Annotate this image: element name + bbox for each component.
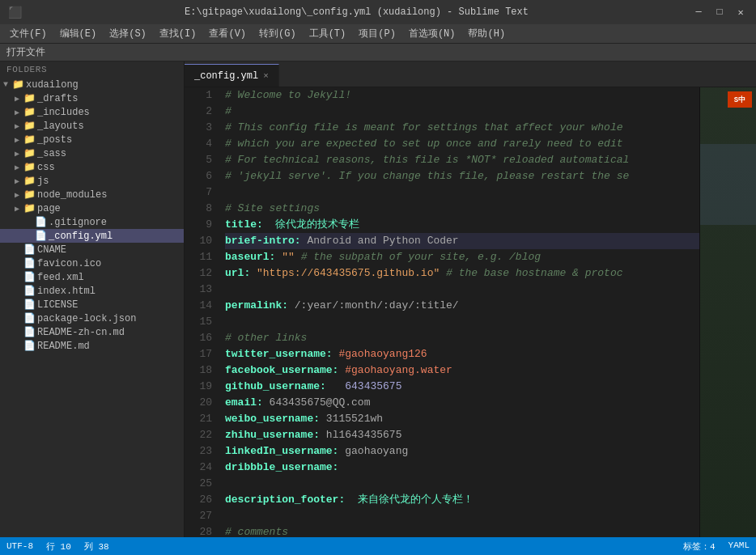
close-button[interactable]: ✕ bbox=[733, 5, 748, 19]
code-token: #gaohaoyang.water bbox=[338, 362, 452, 379]
line-number-11: 11 bbox=[185, 249, 212, 265]
tree-item-_sass[interactable]: ▶📁_sass bbox=[0, 146, 184, 160]
code-line-22[interactable]: zhihu_username: hl1643435675 bbox=[225, 427, 699, 443]
code-line-12[interactable]: url: "https://643435675.github.io" # the… bbox=[225, 265, 699, 282]
tree-item-label: README.md bbox=[37, 341, 184, 352]
tree-item-label: css bbox=[37, 162, 184, 173]
menu-preferences[interactable]: 首选项(N) bbox=[402, 24, 462, 43]
menu-find[interactable]: 查找(I) bbox=[153, 24, 203, 43]
tab-close-button[interactable]: × bbox=[263, 71, 269, 81]
tree-item-label: _sass bbox=[37, 148, 184, 159]
tree-item-index.html[interactable]: 📄index.html bbox=[0, 284, 184, 298]
code-line-19[interactable]: github_username: 643435675 bbox=[225, 379, 699, 395]
code-token: # which you are expected to set up once … bbox=[225, 136, 622, 152]
menu-project[interactable]: 项目(P) bbox=[352, 24, 402, 43]
code-area[interactable]: # Welcome to Jekyll!## This config file … bbox=[219, 87, 699, 537]
tree-item-label: js bbox=[37, 176, 184, 187]
folder-icon: 📁 bbox=[23, 106, 36, 118]
code-line-23[interactable]: linkedIn_username: gaohaoyang bbox=[225, 443, 699, 460]
code-line-8[interactable]: # Site settings bbox=[225, 201, 699, 217]
folders-header: FOLDERS bbox=[0, 61, 184, 78]
code-token: # Site settings bbox=[225, 201, 320, 217]
code-line-6[interactable]: # 'jekyll serve'. If you change this fil… bbox=[225, 168, 699, 184]
line-number-26: 26 bbox=[185, 492, 212, 508]
menu-goto[interactable]: 转到(G) bbox=[253, 24, 303, 43]
menu-tools[interactable]: 工具(T) bbox=[303, 24, 353, 43]
title-bar-title: E:\gitpage\xudailong\_config.yml (xudail… bbox=[22, 6, 691, 18]
code-token: permalink: bbox=[225, 298, 288, 314]
code-token: hl1643435675 bbox=[320, 427, 401, 443]
menu-select[interactable]: 选择(S) bbox=[103, 24, 153, 43]
code-token: twitter_username: bbox=[225, 346, 333, 362]
code-line-15[interactable] bbox=[225, 314, 699, 330]
tree-item-js[interactable]: ▶📁js bbox=[0, 174, 184, 188]
tree-item-_config.yml[interactable]: 📄_config.yml bbox=[0, 229, 184, 243]
code-token: url: bbox=[225, 265, 250, 282]
tree-item-xudailong[interactable]: ▼📁xudailong bbox=[0, 78, 184, 91]
tree-item-README.md[interactable]: 📄README.md bbox=[0, 339, 184, 353]
code-line-25[interactable] bbox=[225, 476, 699, 492]
code-line-3[interactable]: # This config file is meant for settings… bbox=[225, 120, 699, 136]
code-line-27[interactable] bbox=[225, 508, 699, 524]
tree-item-package-lock.json[interactable]: 📄package-lock.json bbox=[0, 311, 184, 325]
code-line-28[interactable]: # comments bbox=[225, 524, 699, 537]
menu-view[interactable]: 查看(V) bbox=[202, 24, 253, 43]
tree-item-.gitignore[interactable]: 📄.gitignore bbox=[0, 215, 184, 229]
code-line-24[interactable]: dribbble_username: bbox=[225, 460, 699, 476]
tree-item-_includes[interactable]: ▶📁_includes bbox=[0, 105, 184, 119]
code-line-20[interactable]: email: 643435675@QQ.com bbox=[225, 395, 699, 411]
tree-item-CNAME[interactable]: 📄CNAME bbox=[0, 243, 184, 256]
tree-item-label: .gitignore bbox=[49, 217, 184, 228]
code-line-18[interactable]: facebook_username: #gaohaoyang.water bbox=[225, 362, 699, 379]
code-token: dribbble_username: bbox=[225, 460, 338, 476]
code-token: github_username: bbox=[225, 379, 326, 395]
menu-help[interactable]: 帮助(H) bbox=[461, 24, 512, 43]
code-line-5[interactable]: # For technical reasons, this file is *N… bbox=[225, 152, 699, 168]
code-line-10[interactable]: brief-intro: Android and Python Coder bbox=[225, 233, 699, 249]
menu-bar: 文件(F) 编辑(E) 选择(S) 查找(I) 查看(V) 转到(G) 工具(T… bbox=[0, 24, 756, 44]
code-line-4[interactable]: # which you are expected to set up once … bbox=[225, 136, 699, 152]
code-line-16[interactable]: # other links bbox=[225, 330, 699, 346]
menu-edit[interactable]: 编辑(E) bbox=[53, 24, 104, 43]
tree-item-node_modules[interactable]: ▶📁node_modules bbox=[0, 188, 184, 201]
code-token: 643435675@QQ.com bbox=[263, 395, 371, 411]
code-line-14[interactable]: permalink: /:year/:month/:day/:title/ bbox=[225, 298, 699, 314]
tree-arrow: ▶ bbox=[11, 204, 23, 214]
minimap[interactable]: S中 bbox=[699, 87, 756, 537]
code-line-26[interactable]: description_footer: 来自徐代龙的个人专栏！ bbox=[225, 492, 699, 508]
line-number-9: 9 bbox=[185, 217, 212, 233]
tree-item-README-zh-cn.md[interactable]: 📄README-zh-cn.md bbox=[0, 325, 184, 339]
code-line-1[interactable]: # Welcome to Jekyll! bbox=[225, 87, 699, 104]
tree-item-_drafts[interactable]: ▶📁_drafts bbox=[0, 91, 184, 105]
code-line-11[interactable]: baseurl: "" # the subpath of your site, … bbox=[225, 249, 699, 265]
tree-item-page[interactable]: ▶📁page bbox=[0, 201, 184, 215]
tree-item-feed.xml[interactable]: 📄feed.xml bbox=[0, 270, 184, 284]
tree-item-_layouts[interactable]: ▶📁_layouts bbox=[0, 119, 184, 133]
status-col: 列 38 bbox=[84, 540, 109, 553]
code-token: baseurl: bbox=[225, 249, 275, 265]
menu-file[interactable]: 文件(F) bbox=[3, 24, 53, 43]
code-line-2[interactable]: # bbox=[225, 104, 699, 120]
maximize-button[interactable]: □ bbox=[712, 5, 727, 19]
tree-item-favicon.ico[interactable]: 📄favicon.ico bbox=[0, 256, 184, 270]
code-token: weibo_username: bbox=[225, 411, 320, 427]
main-content: FOLDERS ▼📁xudailong▶📁_drafts▶📁_includes▶… bbox=[0, 61, 756, 537]
tab-bar: _config.yml × bbox=[185, 61, 756, 87]
tree-item-LICENSE[interactable]: 📄LICENSE bbox=[0, 298, 184, 311]
tree-arrow: ▶ bbox=[11, 163, 23, 172]
tree-item-_posts[interactable]: ▶📁_posts bbox=[0, 133, 184, 146]
minimize-button[interactable]: — bbox=[691, 5, 706, 19]
tree-item-css[interactable]: ▶📁css bbox=[0, 160, 184, 174]
line-number-14: 14 bbox=[185, 298, 212, 314]
code-token: # For technical reasons, this file is *N… bbox=[225, 152, 629, 168]
file-tree: ▼📁xudailong▶📁_drafts▶📁_includes▶📁_layout… bbox=[0, 78, 184, 353]
code-line-17[interactable]: twitter_username: #gaohaoyang126 bbox=[225, 346, 699, 362]
code-line-21[interactable]: weibo_username: 3115521wh bbox=[225, 411, 699, 427]
tree-item-label: _config.yml bbox=[49, 231, 184, 242]
code-line-7[interactable] bbox=[225, 184, 699, 201]
code-line-9[interactable]: title: 徐代龙的技术专栏 bbox=[225, 217, 699, 233]
file-icon: 📄 bbox=[23, 312, 36, 324]
line-numbers: 1234567891011121314151617181920212223242… bbox=[185, 87, 219, 537]
tab-config-yml[interactable]: _config.yml × bbox=[185, 64, 279, 87]
code-line-13[interactable] bbox=[225, 282, 699, 298]
